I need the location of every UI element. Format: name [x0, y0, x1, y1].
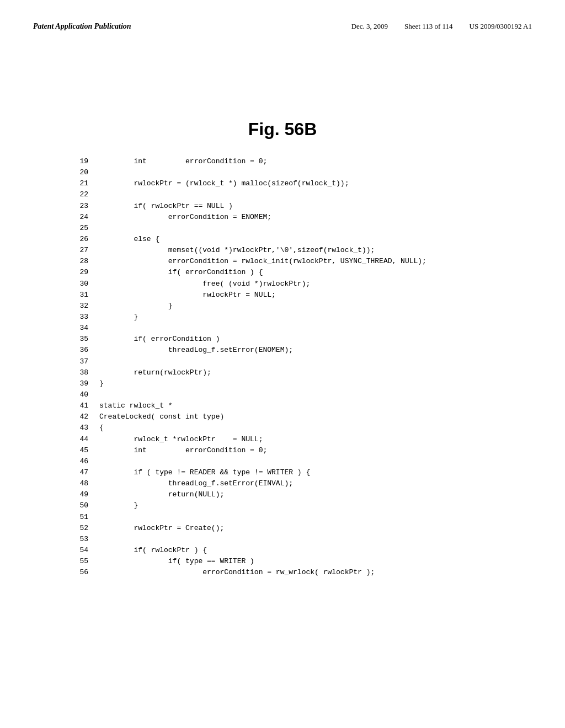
line-content: errorCondition = ENOMEM; — [99, 212, 271, 223]
code-line: 35 if( errorCondition ) — [66, 334, 532, 345]
page-header: Patent Application Publication Dec. 3, 2… — [33, 22, 532, 31]
line-number: 25 — [66, 223, 88, 234]
line-number: 46 — [66, 456, 88, 467]
line-content: return(rwlockPtr); — [99, 367, 211, 378]
line-number: 23 — [66, 201, 88, 212]
line-number: 33 — [66, 312, 88, 323]
code-line: 50 } — [66, 500, 532, 511]
code-line: 42CreateLocked( const int type) — [66, 411, 532, 422]
line-number: 51 — [66, 512, 88, 523]
code-line: 44 rwlock_t *rwlockPtr = NULL; — [66, 434, 532, 445]
code-line: 40 — [66, 389, 532, 400]
code-line: 20 — [66, 167, 532, 178]
code-line: 21 rwlockPtr = (rwlock_t *) malloc(sizeo… — [66, 178, 532, 189]
code-line: 25 — [66, 223, 532, 234]
header-date: Dec. 3, 2009 — [351, 22, 388, 31]
line-number: 55 — [66, 556, 88, 567]
line-content: rwlockPtr = NULL; — [99, 290, 276, 301]
code-line: 39} — [66, 378, 532, 389]
code-line: 27 memset((void *)rwlockPtr,'\0',sizeof(… — [66, 245, 532, 256]
line-number: 26 — [66, 234, 88, 245]
code-block: 19 int errorCondition = 0;2021 rwlockPtr… — [66, 156, 532, 578]
code-line: 36 threadLog_f.setError(ENOMEM); — [66, 345, 532, 356]
code-line: 30 free( (void *)rwlockPtr); — [66, 279, 532, 290]
line-content: { — [99, 422, 104, 433]
line-content: errorCondition = rw_wrlock( rwlockPtr ); — [99, 567, 375, 578]
line-content: if ( type != READER && type != WRITER ) … — [99, 467, 310, 478]
line-number: 28 — [66, 256, 88, 267]
line-number: 35 — [66, 334, 88, 345]
code-line: 19 int errorCondition = 0; — [66, 156, 532, 167]
code-line: 48 threadLog_f.setError(EINVAL); — [66, 478, 532, 489]
line-number: 30 — [66, 279, 88, 290]
line-number: 39 — [66, 378, 88, 389]
code-line: 29 if( errorCondition ) { — [66, 267, 532, 278]
code-line: 22 — [66, 189, 532, 200]
line-number: 24 — [66, 212, 88, 223]
line-content: threadLog_f.setError(ENOMEM); — [99, 345, 293, 356]
line-content: static rwlock_t * — [99, 400, 173, 411]
code-line: 37 — [66, 356, 532, 367]
line-content: return(NULL); — [99, 489, 224, 500]
code-line: 54 if( rwlockPtr ) { — [66, 545, 532, 556]
line-number: 49 — [66, 489, 88, 500]
line-content: if( type == WRITER ) — [99, 556, 254, 567]
line-number: 19 — [66, 156, 88, 167]
line-number: 27 — [66, 245, 88, 256]
line-number: 41 — [66, 400, 88, 411]
header-sheet: Sheet 113 of 114 — [404, 22, 453, 31]
line-content: int errorCondition = 0; — [99, 445, 267, 456]
line-content: } — [99, 378, 104, 389]
header-patent: US 2009/0300192 A1 — [470, 22, 532, 31]
line-number: 34 — [66, 323, 88, 334]
line-number: 20 — [66, 167, 88, 178]
page: Patent Application Publication Dec. 3, 2… — [0, 0, 565, 728]
line-content: rwlock_t *rwlockPtr = NULL; — [99, 434, 263, 445]
line-number: 43 — [66, 422, 88, 433]
line-number: 37 — [66, 356, 88, 367]
line-number: 22 — [66, 189, 88, 200]
line-content: } — [99, 301, 173, 312]
line-content: CreateLocked( const int type) — [99, 411, 224, 422]
line-content: free( (void *)rwlockPtr); — [99, 279, 310, 290]
line-content: if( rwlockPtr == NULL ) — [99, 201, 233, 212]
line-content: else { — [99, 234, 159, 245]
code-line: 46 — [66, 456, 532, 467]
code-line: 43{ — [66, 422, 532, 433]
code-line: 41static rwlock_t * — [66, 400, 532, 411]
code-line: 24 errorCondition = ENOMEM; — [66, 212, 532, 223]
header-right-section: Dec. 3, 2009 Sheet 113 of 114 US 2009/03… — [351, 22, 532, 31]
line-content: errorCondition = rwlock_init(rwlockPtr, … — [99, 256, 427, 267]
line-number: 52 — [66, 523, 88, 534]
header-publication-label: Patent Application Publication — [33, 22, 131, 31]
code-line: 23 if( rwlockPtr == NULL ) — [66, 201, 532, 212]
code-line: 38 return(rwlockPtr); — [66, 367, 532, 378]
line-content: rwlockPtr = (rwlock_t *) malloc(sizeof(r… — [99, 178, 349, 189]
line-number: 45 — [66, 445, 88, 456]
line-number: 56 — [66, 567, 88, 578]
line-content: if( errorCondition ) { — [99, 267, 263, 278]
code-line: 45 int errorCondition = 0; — [66, 445, 532, 456]
line-number: 44 — [66, 434, 88, 445]
code-line: 47 if ( type != READER && type != WRITER… — [66, 467, 532, 478]
line-number: 53 — [66, 534, 88, 545]
code-line: 52 rwlockPtr = Create(); — [66, 523, 532, 534]
line-number: 21 — [66, 178, 88, 189]
code-line: 31 rwlockPtr = NULL; — [66, 290, 532, 301]
line-number: 38 — [66, 367, 88, 378]
line-content: memset((void *)rwlockPtr,'\0',sizeof(rwl… — [99, 245, 375, 256]
line-number: 36 — [66, 345, 88, 356]
line-content: threadLog_f.setError(EINVAL); — [99, 478, 293, 489]
line-number: 29 — [66, 267, 88, 278]
line-number: 47 — [66, 467, 88, 478]
code-line: 32 } — [66, 301, 532, 312]
line-number: 50 — [66, 500, 88, 511]
code-line: 55 if( type == WRITER ) — [66, 556, 532, 567]
code-line: 28 errorCondition = rwlock_init(rwlockPt… — [66, 256, 532, 267]
line-content: } — [99, 312, 138, 323]
code-line: 34 — [66, 323, 532, 334]
line-content: rwlockPtr = Create(); — [99, 523, 224, 534]
line-number: 54 — [66, 545, 88, 556]
code-line: 51 — [66, 512, 532, 523]
line-number: 32 — [66, 301, 88, 312]
